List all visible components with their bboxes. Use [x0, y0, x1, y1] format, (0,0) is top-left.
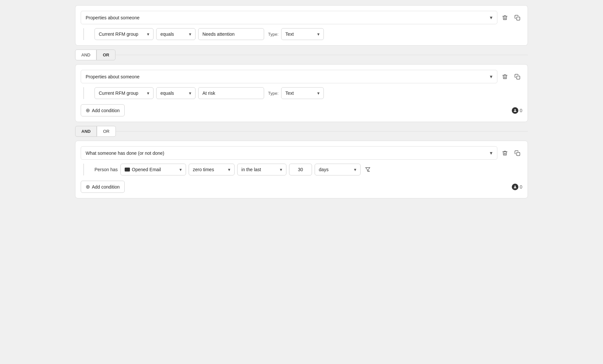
svg-rect-3: [517, 152, 520, 155]
copy-group-3-button[interactable]: [512, 148, 522, 158]
condition-body-3: Person has Opened Email ▾ zero times ▾ i…: [83, 164, 522, 175]
group-type-label-3: What someone has done (or not done): [86, 151, 164, 156]
group-type-chevron-2: ▾: [490, 73, 492, 80]
add-condition-plus-icon-3: ⊕: [86, 184, 90, 190]
condition-group-2: Properties about someone ▾ Current RFM g…: [75, 64, 528, 122]
delete-group-3-button[interactable]: [500, 148, 510, 158]
type-label-1-0: Type:: [268, 32, 279, 37]
type-label-2-0: Type:: [268, 91, 279, 96]
group-header-2: Properties about someone ▾: [81, 70, 522, 83]
svg-point-2: [514, 109, 516, 111]
and-or-row-1: AND OR: [75, 46, 528, 64]
condition-row-2-0: Current RFM group ▾ equals ▾ Type: Text …: [94, 87, 522, 99]
add-condition-button-2[interactable]: ⊕ Add condition: [81, 104, 125, 116]
type-select-2-0[interactable]: Text ▾: [281, 87, 324, 99]
add-condition-plus-icon-2: ⊕: [86, 107, 90, 113]
group-type-label-2: Properties about someone: [86, 74, 139, 79]
condition-row-3-0: Person has Opened Email ▾ zero times ▾ i…: [94, 164, 522, 175]
and-button-2[interactable]: AND: [75, 126, 97, 137]
condition-body-2: Current RFM group ▾ equals ▾ Type: Text …: [83, 87, 522, 99]
group-type-select-1[interactable]: Properties about someone ▾: [81, 11, 497, 24]
email-icon-3: [125, 168, 130, 172]
group-type-select-2[interactable]: Properties about someone ▾: [81, 70, 497, 83]
divider-2: [116, 131, 528, 131]
svg-point-7: [514, 186, 516, 187]
group-header-3: What someone has done (or not done) ▾: [81, 146, 522, 160]
add-condition-label-3: Add condition: [92, 184, 120, 190]
group-type-chevron-1: ▾: [490, 14, 492, 21]
person-count-3: 0: [512, 184, 522, 190]
group-type-label-1: Properties about someone: [86, 15, 139, 20]
condition-row-1-0: Current RFM group ▾ equals ▾ Type: Text …: [94, 28, 522, 40]
svg-rect-1: [517, 76, 520, 79]
group-type-select-3[interactable]: What someone has done (or not done) ▾: [81, 146, 497, 160]
page-wrapper: Properties about someone ▾ Current RFM g…: [75, 5, 528, 198]
person-count-2: 0: [512, 107, 522, 114]
condition-group-1: Properties about someone ▾ Current RFM g…: [75, 5, 528, 46]
value-field-2-0[interactable]: [198, 87, 264, 99]
timeframe-field-3-0[interactable]: in the last ▾: [237, 164, 286, 175]
copy-group-1-button[interactable]: [512, 13, 522, 23]
operator-field-2-0[interactable]: equals ▾: [156, 87, 196, 99]
person-count-value-2: 0: [520, 108, 522, 113]
condition-group-3: What someone has done (or not done) ▾ Pe…: [75, 141, 528, 198]
person-has-label-3: Person has: [94, 167, 118, 172]
condition-body-1: Current RFM group ▾ equals ▾ Type: Text …: [83, 28, 522, 40]
and-or-row-2: AND OR: [75, 122, 528, 141]
divider-1: [115, 55, 528, 55]
rfm-field-1-0[interactable]: Current RFM group ▾: [94, 28, 154, 40]
number-field-3-0[interactable]: [289, 164, 312, 175]
action-badge-3: Opened Email: [125, 167, 161, 172]
rfm-field-2-0[interactable]: Current RFM group ▾: [94, 87, 154, 99]
action-field-3-0[interactable]: Opened Email ▾: [120, 164, 186, 175]
svg-rect-0: [517, 17, 520, 20]
unit-field-3-0[interactable]: days ▾: [315, 164, 361, 175]
add-condition-button-3[interactable]: ⊕ Add condition: [81, 181, 125, 193]
add-condition-label-2: Add condition: [92, 108, 120, 113]
copy-group-2-button[interactable]: [512, 72, 522, 82]
avatar-icon-2: [512, 107, 518, 114]
add-condition-row-2: ⊕ Add condition 0: [81, 104, 522, 116]
group-type-chevron-3: ▾: [490, 150, 492, 156]
filter-button-3-0[interactable]: [363, 165, 372, 174]
or-button-2[interactable]: OR: [97, 126, 116, 137]
person-count-value-3: 0: [520, 184, 522, 190]
delete-group-1-button[interactable]: [500, 13, 510, 23]
value-field-1-0[interactable]: [198, 28, 264, 40]
delete-group-2-button[interactable]: [500, 72, 510, 82]
avatar-icon-3: [512, 184, 518, 190]
type-select-1-0[interactable]: Text ▾: [281, 28, 324, 40]
and-button-1[interactable]: AND: [75, 50, 96, 60]
group-header-1: Properties about someone ▾: [81, 11, 522, 24]
add-condition-row-3: ⊕ Add condition 0: [81, 181, 522, 193]
operator-field-1-0[interactable]: equals ▾: [156, 28, 196, 40]
or-button-1[interactable]: OR: [96, 50, 115, 60]
frequency-field-3-0[interactable]: zero times ▾: [189, 164, 235, 175]
